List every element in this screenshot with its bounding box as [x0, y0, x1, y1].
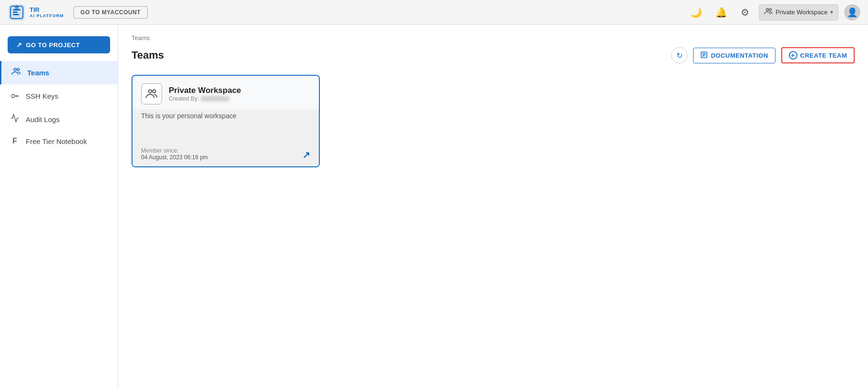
team-name: Private Workspace [169, 86, 241, 95]
create-team-button[interactable]: + CREATE TEAM [781, 47, 855, 63]
team-created-by: Created By: [169, 95, 241, 102]
logo-tir: TIR [30, 6, 64, 13]
sidebar-item-ssh-keys-label: SSH Keys [26, 92, 58, 100]
logo-subtitle: AI PLATFORM [30, 13, 64, 18]
teams-grid: Private Workspace Created By: This is yo… [132, 75, 855, 167]
member-since-date: 04 August, 2023 06:16 pm [141, 154, 208, 161]
svg-point-6 [766, 9, 769, 11]
team-description: This is your personal workspace [141, 112, 310, 120]
member-since-label: Member since: [141, 147, 208, 154]
created-by-label: Created By: [169, 95, 199, 102]
svg-point-10 [11, 94, 15, 98]
header-actions: ↻ DOCUMENTATION + CREATE TEAM [671, 47, 855, 63]
doc-icon [700, 51, 708, 60]
sidebar-item-audit-logs-label: Audit Logs [26, 115, 60, 123]
sidebar-item-free-tier[interactable]: F Free Tier Notebook [0, 131, 118, 151]
logo-icon [8, 3, 26, 21]
settings-icon: ⚙ [741, 7, 749, 18]
page-title: Teams [132, 49, 671, 61]
go-to-project-button[interactable]: ↗ GO TO PROJECT [8, 36, 110, 53]
team-avatar [141, 83, 162, 104]
svg-point-7 [769, 9, 772, 11]
breadcrumb: Teams [132, 34, 855, 41]
chevron-down-icon: ▾ [830, 9, 833, 15]
documentation-button[interactable]: DOCUMENTATION [693, 48, 775, 63]
team-info: Private Workspace Created By: [169, 86, 241, 102]
sidebar-item-teams[interactable]: Teams [0, 61, 118, 84]
layout: ↗ GO TO PROJECT Teams SSH Keys [0, 25, 868, 389]
workspace-label: Private Workspace [776, 9, 827, 16]
dark-mode-icon: 🌙 [690, 7, 702, 18]
team-card[interactable]: Private Workspace Created By: This is yo… [132, 75, 320, 167]
workspace-dropdown[interactable]: Private Workspace ▾ [759, 4, 838, 20]
settings-button[interactable]: ⚙ [737, 5, 753, 20]
svg-rect-3 [13, 11, 18, 13]
free-tier-icon: F [10, 137, 20, 145]
notification-button[interactable]: 🔔 [712, 5, 731, 20]
created-by-value-blurred [201, 96, 229, 101]
refresh-button[interactable]: ↻ [671, 47, 687, 63]
svg-point-8 [14, 68, 16, 71]
documentation-label: DOCUMENTATION [711, 52, 768, 59]
svg-point-5 [15, 5, 19, 9]
sidebar-item-ssh-keys[interactable]: SSH Keys [0, 84, 118, 108]
arrow-up-right-icon: ↗ [16, 41, 22, 49]
go-myaccount-button[interactable]: GO TO MYACCOUNT [73, 6, 148, 19]
teams-icon [11, 67, 21, 79]
ssh-keys-icon [10, 90, 20, 102]
create-team-label: CREATE TEAM [800, 52, 847, 59]
topnav: TIR AI PLATFORM GO TO MYACCOUNT 🌙 🔔 ⚙ Pr… [0, 0, 868, 25]
sidebar-item-free-tier-label: Free Tier Notebook [26, 137, 87, 145]
sidebar: ↗ GO TO PROJECT Teams SSH Keys [0, 25, 118, 389]
workspace-icon [764, 7, 773, 18]
page-header: Teams ↻ DOCUMENTATION + CREATE [132, 47, 855, 63]
dark-mode-button[interactable]: 🌙 [686, 5, 706, 20]
audit-logs-icon [10, 113, 20, 125]
team-card-footer: Member since: 04 August, 2023 06:16 pm ↗ [133, 143, 319, 166]
member-since: Member since: 04 August, 2023 06:16 pm [141, 147, 208, 161]
main-content: Teams Teams ↻ DOCUMENTATION [118, 25, 868, 389]
sidebar-item-teams-label: Teams [27, 69, 49, 77]
notification-icon: 🔔 [715, 7, 727, 18]
plus-circle-icon: + [789, 51, 797, 60]
refresh-icon: ↻ [676, 51, 683, 60]
svg-rect-2 [13, 9, 20, 10]
user-icon: 👤 [847, 7, 858, 18]
external-link-icon[interactable]: ↗ [302, 149, 310, 161]
svg-point-15 [149, 90, 152, 93]
sidebar-item-audit-logs[interactable]: Audit Logs [0, 108, 118, 131]
svg-rect-4 [13, 14, 19, 15]
svg-point-16 [153, 90, 156, 93]
team-card-header: Private Workspace Created By: [133, 76, 319, 109]
user-avatar[interactable]: 👤 [844, 4, 860, 20]
svg-point-9 [17, 68, 20, 71]
team-card-body: This is your personal workspace [133, 109, 319, 143]
logo: TIR AI PLATFORM [8, 3, 64, 21]
